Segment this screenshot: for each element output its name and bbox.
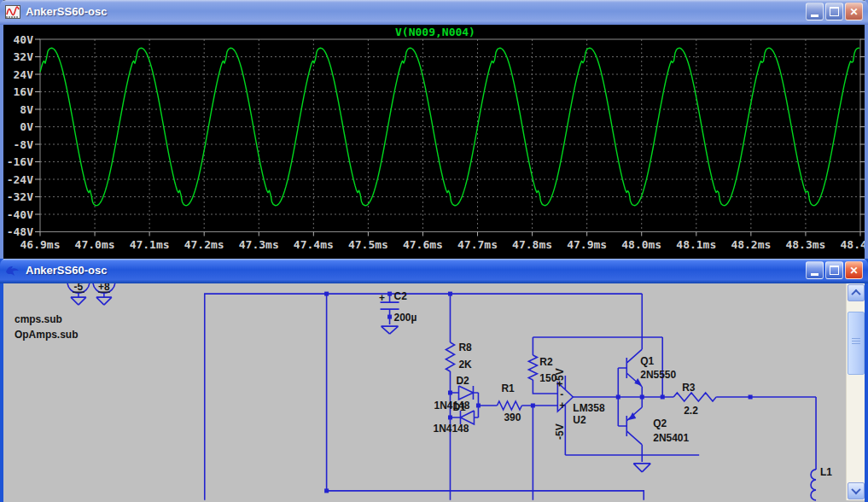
inductor-L1[interactable] [811, 470, 816, 500]
y-axis-tick-label: -8V [14, 138, 34, 151]
y-axis-tick-label: 24V [14, 68, 34, 81]
x-axis-tick-label: 47.9ms [567, 238, 607, 251]
y-axis-tick-label: -24V [7, 173, 33, 186]
minimize-button[interactable] [806, 261, 824, 279]
x-axis-tick-label: 47.4ms [294, 238, 334, 251]
x-axis-tick-label: 47.1ms [130, 238, 170, 251]
minimize-button[interactable] [806, 3, 824, 20]
y-axis-tick-label: -16V [7, 155, 33, 168]
y-axis-tick-label: 16V [14, 85, 34, 98]
trace-label: V(N009,N004) [395, 26, 475, 38]
scroll-up-button[interactable] [848, 284, 865, 301]
plot-canvas[interactable]: 40V32V24V16V8V0V-8V-16V-24V-32V-40V-48V4… [3, 25, 865, 259]
label-u2-ref: U2 [573, 414, 586, 426]
label-l1-ref: L1 [820, 466, 832, 478]
waveform-window-titlebar[interactable]: AnkerSS60-osc ✕ [0, 0, 868, 25]
resistor-R3[interactable] [673, 393, 716, 401]
label-r2-ref: R2 [539, 356, 553, 368]
ltspice-schematic-icon [5, 264, 20, 277]
y-axis-tick-label: 0V [20, 120, 33, 133]
ground-symbol[interactable] [382, 326, 399, 334]
x-axis-tick-label: 47.2ms [184, 238, 224, 251]
label-d1-ref: D1 [452, 401, 466, 413]
schematic-window-titlebar[interactable]: AnkerSS60-osc ✕ [0, 259, 868, 283]
x-axis-tick-label: 48.2ms [731, 238, 771, 251]
vertical-scrollbar[interactable] [846, 283, 865, 500]
opamp-plus-mark: + [559, 400, 565, 412]
transistor-Q2[interactable] [626, 397, 642, 462]
x-axis-tick-label: 48.3ms [785, 238, 825, 251]
schematic-window-title: AnkerSS60-osc [26, 264, 806, 277]
waveform-window: AnkerSS60-osc ✕ 40V32V24V16V8V0V-8V-16V-… [0, 0, 868, 261]
x-axis-tick-label: 47.0ms [75, 238, 115, 251]
x-axis-tick-label: 48.0ms [621, 238, 661, 251]
ground-symbol[interactable] [633, 464, 650, 472]
x-axis-tick-label: 47.5ms [348, 238, 388, 251]
power-flag-label: -5 [74, 283, 84, 293]
x-axis-tick-label: 47.6ms [403, 238, 443, 251]
close-button[interactable]: ✕ [845, 261, 863, 279]
schematic-window: AnkerSS60-osc ✕ -5 +8 cmps.sub OpAmps.su… [0, 259, 868, 502]
diode-D2[interactable] [450, 386, 478, 400]
label-r3-ref: R3 [682, 382, 696, 394]
scrollbar-thumb[interactable] [848, 312, 865, 375]
transistor-Q1[interactable] [626, 294, 642, 397]
x-axis-tick-label: 47.7ms [457, 238, 498, 251]
y-axis-tick-label: -40V [7, 208, 33, 221]
waveform-window-title: AnkerSS60-osc [26, 5, 806, 18]
label-r1-ref: R1 [501, 382, 515, 394]
net-label-minus5v: -5V [554, 423, 566, 440]
waveform-window-icon [5, 5, 20, 19]
ground-symbol[interactable] [96, 293, 112, 305]
label-q2-value: 2N5401 [653, 432, 689, 444]
resistor-R8[interactable] [446, 342, 454, 371]
label-r3-value: 2.2 [684, 405, 698, 417]
scroll-down-button[interactable] [848, 482, 865, 499]
wire[interactable] [478, 393, 557, 500]
directive-text: cmps.sub [15, 313, 62, 325]
maximize-button[interactable] [825, 3, 843, 20]
close-button[interactable]: ✕ [845, 3, 863, 20]
label-r1-value: 390 [504, 412, 521, 423]
label-d1-value: 1N4148 [433, 423, 469, 435]
resistor-R1[interactable] [497, 401, 521, 410]
label-q2-ref: Q2 [653, 417, 667, 429]
y-axis-tick-label: -32V [7, 190, 33, 203]
x-axis-tick-label: 47.3ms [239, 238, 279, 251]
opamp-minus-mark: - [560, 388, 563, 400]
label-q1-ref: Q1 [640, 355, 654, 367]
chevron-up-icon [851, 289, 860, 299]
x-axis-tick-label: 47.8ms [512, 238, 552, 251]
chevron-down-icon [851, 485, 860, 494]
label-r8-value: 2K [458, 359, 472, 371]
y-axis-tick-label: 8V [20, 103, 33, 116]
label-d2-ref: D2 [456, 375, 469, 387]
label-q1-value: 2N5550 [640, 369, 676, 381]
y-axis-tick-label: 32V [14, 50, 34, 63]
plot-pane[interactable]: 40V32V24V16V8V0V-8V-16V-24V-32V-40V-48V4… [3, 25, 865, 259]
ground-symbol[interactable] [71, 293, 86, 305]
directive-text: OpAmps.sub [15, 329, 78, 341]
label-c2-ref: C2 [394, 290, 408, 302]
label-c2-value: 200µ [394, 312, 417, 324]
y-axis-tick-label: 40V [14, 33, 34, 46]
maximize-button[interactable] [825, 261, 843, 279]
label-u2-value: LM358 [573, 402, 605, 414]
cap-polarity-mark: + [379, 292, 385, 304]
power-flag-label: +8 [98, 283, 110, 293]
resistor-R2[interactable] [528, 355, 537, 380]
net-label-plus5v: +5V [554, 368, 566, 387]
label-r8-ref: R8 [458, 341, 472, 353]
x-axis-tick-label: 46.9ms [20, 238, 61, 251]
x-axis-tick-label: 48.1ms [676, 238, 716, 251]
schematic-canvas[interactable]: -5 +8 cmps.sub OpAmps.sub [3, 283, 846, 502]
y-axis-tick-label: -48V [7, 225, 33, 238]
x-axis-tick-label: 48.4ms [841, 238, 865, 251]
